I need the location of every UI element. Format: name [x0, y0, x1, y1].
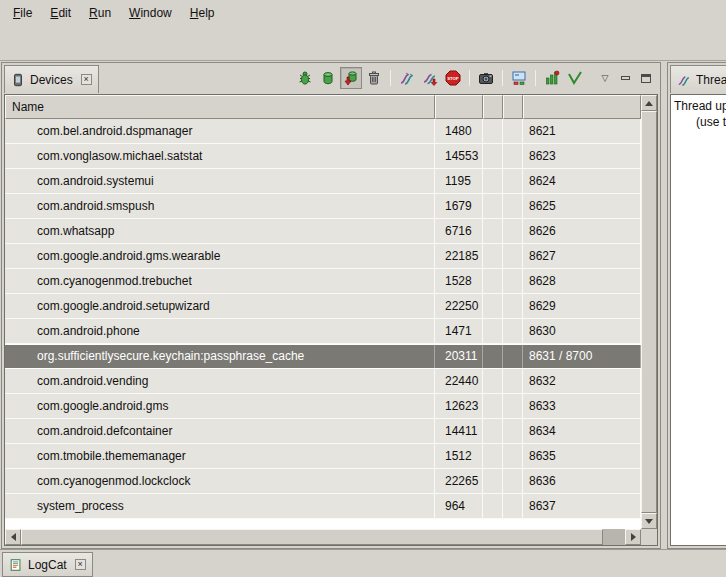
- arrow-up-icon: [645, 101, 653, 106]
- dump-thread-stacks-icon[interactable]: [419, 67, 441, 89]
- vertical-scrollbar: [641, 95, 657, 529]
- menu-edit[interactable]: Edit: [41, 2, 80, 24]
- process-port-cell: 8629: [523, 294, 641, 318]
- menu-file[interactable]: File: [4, 2, 41, 24]
- scroll-down-button[interactable]: [641, 513, 657, 529]
- update-heap-icon[interactable]: [317, 67, 339, 89]
- process-c3-cell: [483, 369, 503, 393]
- device-icon: [11, 73, 25, 87]
- process-name-cell: org.sufficientlysecure.keychain:passphra…: [5, 345, 435, 368]
- scroll-left-button[interactable]: [5, 529, 21, 545]
- process-row[interactable]: com.cyanogenmod.lockclock222658636: [5, 469, 641, 494]
- tab-devices[interactable]: Devices ×: [4, 65, 99, 93]
- process-pid-cell: 22440: [435, 369, 483, 393]
- process-row[interactable]: com.android.defcontainer144118634: [5, 419, 641, 444]
- column-header-4[interactable]: [503, 95, 523, 119]
- tab-logcat-close-icon[interactable]: ×: [75, 559, 86, 570]
- process-row[interactable]: com.android.smspush16798625: [5, 194, 641, 219]
- tab-logcat-label: LogCat: [27, 558, 68, 572]
- process-pid-cell: 12623: [435, 394, 483, 418]
- tab-threads-label: Threads: [695, 73, 726, 87]
- menu-run-label-rest: un: [98, 6, 111, 20]
- view-window-buttons: ▽: [597, 67, 655, 89]
- process-pid-cell: 1480: [435, 119, 483, 143]
- process-c3-cell: [483, 469, 503, 493]
- process-row[interactable]: com.google.android.gms.wearable221858627: [5, 244, 641, 269]
- screen-capture-icon[interactable]: [475, 67, 497, 89]
- tab-devices-close-icon[interactable]: ×: [81, 74, 92, 85]
- process-row[interactable]: org.sufficientlysecure.keychain:passphra…: [5, 344, 641, 369]
- process-c3-cell: [483, 144, 503, 168]
- process-c4-cell: [503, 119, 523, 143]
- dump-hprof-icon[interactable]: [340, 67, 362, 89]
- tab-devices-label: Devices: [29, 73, 74, 87]
- process-row[interactable]: com.google.android.setupwizard222508629: [5, 294, 641, 319]
- process-name-cell: com.google.android.gms.wearable: [5, 244, 435, 268]
- maximize-icon[interactable]: [637, 67, 655, 89]
- process-row[interactable]: com.tmobile.thememanager15128635: [5, 444, 641, 469]
- view-menu-icon[interactable]: ▽: [597, 67, 613, 89]
- process-port-cell: 8636: [523, 469, 641, 493]
- tab-logcat[interactable]: LogCat ×: [2, 552, 93, 577]
- arrow-down-icon: [645, 519, 653, 524]
- process-row[interactable]: com.whatsapp67168626: [5, 219, 641, 244]
- menu-run[interactable]: Run: [80, 2, 120, 24]
- process-name-cell: com.google.android.gms: [5, 394, 435, 418]
- stop-process-icon[interactable]: STOP: [442, 67, 464, 89]
- minimize-glyph: [621, 76, 630, 80]
- process-port-cell: 8631 / 8700: [523, 345, 641, 368]
- process-c4-cell: [503, 244, 523, 268]
- process-c3-cell: [483, 169, 503, 193]
- process-c3-cell: [483, 319, 503, 343]
- process-port-cell: 8635: [523, 444, 641, 468]
- menu-help[interactable]: Help: [181, 2, 224, 24]
- column-header-port[interactable]: [523, 95, 641, 119]
- scroll-right-button[interactable]: [625, 529, 641, 545]
- minimize-icon[interactable]: [617, 67, 633, 89]
- main-toolbar: [0, 26, 726, 61]
- process-row[interactable]: system_process9648637: [5, 494, 641, 519]
- process-row[interactable]: com.android.systemui11958624: [5, 169, 641, 194]
- process-c3-cell: [483, 269, 503, 293]
- process-pid-cell: 22250: [435, 294, 483, 318]
- toolbar-separator: [469, 70, 470, 86]
- process-pid-cell: 1471: [435, 319, 483, 343]
- scroll-up-button[interactable]: [641, 95, 657, 111]
- process-row[interactable]: com.bel.android.dspmanager14808621: [5, 119, 641, 144]
- start-method-profiling-icon[interactable]: [541, 67, 563, 89]
- debug-process-icon[interactable]: [294, 67, 316, 89]
- process-row[interactable]: com.android.phone14718630: [5, 319, 641, 344]
- process-c4-cell: [503, 494, 523, 518]
- vertical-scrollbar-thumb[interactable]: [641, 111, 657, 513]
- menu-help-label-rest: elp: [198, 6, 214, 20]
- menu-window-label-rest: indow: [140, 6, 171, 20]
- process-port-cell: 8626: [523, 219, 641, 243]
- process-c4-cell: [503, 194, 523, 218]
- column-header-pid[interactable]: [435, 95, 483, 119]
- menu-window[interactable]: Window: [120, 2, 181, 24]
- update-threads-icon[interactable]: [396, 67, 418, 89]
- cause-gc-icon[interactable]: [363, 67, 385, 89]
- horizontal-scrollbar-thumb[interactable]: [21, 529, 603, 545]
- process-row[interactable]: com.android.vending224408632: [5, 369, 641, 394]
- process-name-cell: com.google.android.setupwizard: [5, 294, 435, 318]
- start-tracing-icon[interactable]: [564, 67, 586, 89]
- process-pid-cell: 964: [435, 494, 483, 518]
- process-name-cell: com.android.smspush: [5, 194, 435, 218]
- column-header-name[interactable]: Name: [5, 95, 435, 119]
- dump-view-hierarchy-icon[interactable]: [508, 67, 530, 89]
- toolbar-separator: [390, 70, 391, 86]
- process-c4-cell: [503, 444, 523, 468]
- process-c4-cell: [503, 269, 523, 293]
- process-row[interactable]: com.cyanogenmod.trebuchet15288628: [5, 269, 641, 294]
- threads-message-line2: (use toolbar button to enable): [674, 114, 726, 130]
- process-row[interactable]: com.google.android.gms126238633: [5, 394, 641, 419]
- process-c4-cell: [503, 294, 523, 318]
- process-pid-cell: 1512: [435, 444, 483, 468]
- devices-view-header: Devices ×: [2, 63, 660, 93]
- scrollbar-corner: [641, 529, 657, 545]
- tab-threads[interactable]: Threads ×: [670, 65, 726, 93]
- threads-message-line1: Thread updates not enabled for selected …: [674, 98, 726, 114]
- column-header-3[interactable]: [483, 95, 503, 119]
- process-row[interactable]: com.vonglasow.michael.satstat145538623: [5, 144, 641, 169]
